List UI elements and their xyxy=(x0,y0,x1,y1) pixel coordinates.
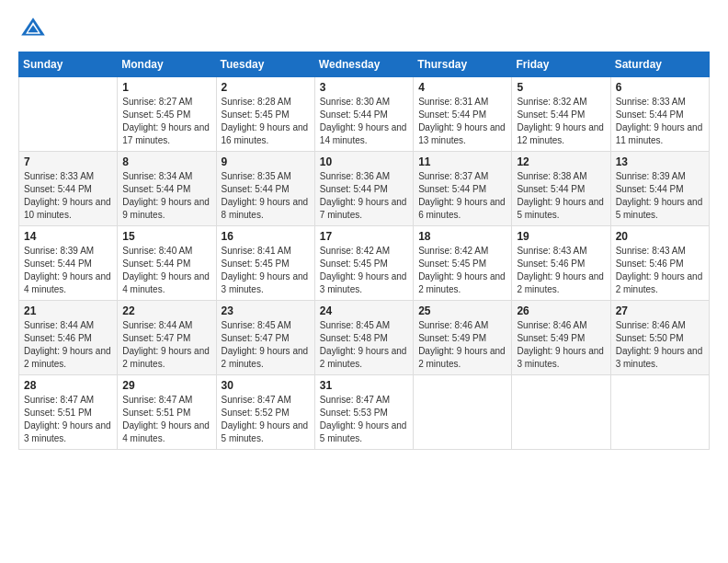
day-number: 6 xyxy=(616,81,704,94)
calendar-cell: 12Sunrise: 8:38 AM Sunset: 5:44 PM Dayli… xyxy=(512,152,610,226)
weekday-header-friday: Friday xyxy=(512,52,610,77)
calendar-cell xyxy=(610,375,709,450)
calendar-cell: 7Sunrise: 8:33 AM Sunset: 5:44 PM Daylig… xyxy=(19,152,118,226)
day-info: Sunrise: 8:47 AM Sunset: 5:51 PM Dayligh… xyxy=(24,394,112,445)
calendar-cell: 22Sunrise: 8:44 AM Sunset: 5:47 PM Dayli… xyxy=(118,301,216,375)
day-number: 1 xyxy=(122,81,210,94)
calendar-cell: 11Sunrise: 8:37 AM Sunset: 5:44 PM Dayli… xyxy=(414,152,512,226)
calendar-cell: 28Sunrise: 8:47 AM Sunset: 5:51 PM Dayli… xyxy=(19,375,118,450)
calendar-cell: 23Sunrise: 8:45 AM Sunset: 5:47 PM Dayli… xyxy=(216,301,314,375)
week-row-2: 7Sunrise: 8:33 AM Sunset: 5:44 PM Daylig… xyxy=(19,152,710,226)
day-info: Sunrise: 8:42 AM Sunset: 5:45 PM Dayligh… xyxy=(320,245,408,296)
day-number: 25 xyxy=(418,304,506,317)
day-info: Sunrise: 8:47 AM Sunset: 5:51 PM Dayligh… xyxy=(122,394,210,445)
day-number: 8 xyxy=(122,155,210,168)
calendar-cell: 10Sunrise: 8:36 AM Sunset: 5:44 PM Dayli… xyxy=(314,152,413,226)
day-info: Sunrise: 8:30 AM Sunset: 5:44 PM Dayligh… xyxy=(320,96,408,147)
week-row-5: 28Sunrise: 8:47 AM Sunset: 5:51 PM Dayli… xyxy=(19,375,710,450)
day-number: 10 xyxy=(320,155,408,168)
day-number: 4 xyxy=(418,81,506,94)
calendar-cell xyxy=(512,375,610,450)
day-info: Sunrise: 8:40 AM Sunset: 5:44 PM Dayligh… xyxy=(122,245,210,296)
day-info: Sunrise: 8:45 AM Sunset: 5:47 PM Dayligh… xyxy=(222,319,310,371)
day-number: 18 xyxy=(418,230,506,243)
day-info: Sunrise: 8:47 AM Sunset: 5:53 PM Dayligh… xyxy=(320,394,408,445)
calendar: SundayMondayTuesdayWednesdayThursdayFrid… xyxy=(18,52,710,450)
calendar-cell: 29Sunrise: 8:47 AM Sunset: 5:51 PM Dayli… xyxy=(118,375,216,450)
day-info: Sunrise: 8:33 AM Sunset: 5:44 PM Dayligh… xyxy=(616,96,704,147)
day-number: 23 xyxy=(222,304,310,317)
calendar-cell: 31Sunrise: 8:47 AM Sunset: 5:53 PM Dayli… xyxy=(314,375,413,450)
calendar-cell: 14Sunrise: 8:39 AM Sunset: 5:44 PM Dayli… xyxy=(19,226,118,301)
day-number: 31 xyxy=(320,379,408,392)
day-number: 12 xyxy=(517,155,605,168)
day-number: 3 xyxy=(320,81,408,94)
logo xyxy=(18,15,51,44)
day-number: 20 xyxy=(616,230,704,243)
day-number: 19 xyxy=(517,230,605,243)
calendar-cell xyxy=(19,77,118,152)
day-info: Sunrise: 8:42 AM Sunset: 5:45 PM Dayligh… xyxy=(418,245,506,296)
day-info: Sunrise: 8:39 AM Sunset: 5:44 PM Dayligh… xyxy=(24,245,112,296)
calendar-cell: 18Sunrise: 8:42 AM Sunset: 5:45 PM Dayli… xyxy=(414,226,512,301)
day-info: Sunrise: 8:38 AM Sunset: 5:44 PM Dayligh… xyxy=(517,170,605,222)
day-info: Sunrise: 8:27 AM Sunset: 5:45 PM Dayligh… xyxy=(122,96,210,147)
calendar-cell: 3Sunrise: 8:30 AM Sunset: 5:44 PM Daylig… xyxy=(314,77,413,152)
calendar-cell: 16Sunrise: 8:41 AM Sunset: 5:45 PM Dayli… xyxy=(216,226,314,301)
calendar-cell: 17Sunrise: 8:42 AM Sunset: 5:45 PM Dayli… xyxy=(314,226,413,301)
day-number: 9 xyxy=(222,155,310,168)
day-info: Sunrise: 8:45 AM Sunset: 5:48 PM Dayligh… xyxy=(320,319,408,371)
day-info: Sunrise: 8:32 AM Sunset: 5:44 PM Dayligh… xyxy=(517,96,605,147)
weekday-header-row: SundayMondayTuesdayWednesdayThursdayFrid… xyxy=(19,52,710,77)
day-info: Sunrise: 8:44 AM Sunset: 5:47 PM Dayligh… xyxy=(122,319,210,371)
day-number: 13 xyxy=(616,155,704,168)
day-number: 30 xyxy=(222,379,310,392)
day-info: Sunrise: 8:46 AM Sunset: 5:49 PM Dayligh… xyxy=(418,319,506,371)
calendar-cell: 8Sunrise: 8:34 AM Sunset: 5:44 PM Daylig… xyxy=(118,152,216,226)
calendar-cell: 27Sunrise: 8:46 AM Sunset: 5:50 PM Dayli… xyxy=(610,301,709,375)
week-row-3: 14Sunrise: 8:39 AM Sunset: 5:44 PM Dayli… xyxy=(19,226,710,301)
calendar-cell: 4Sunrise: 8:31 AM Sunset: 5:44 PM Daylig… xyxy=(414,77,512,152)
day-info: Sunrise: 8:34 AM Sunset: 5:44 PM Dayligh… xyxy=(122,170,210,222)
header xyxy=(18,15,710,44)
day-info: Sunrise: 8:41 AM Sunset: 5:45 PM Dayligh… xyxy=(222,245,310,296)
calendar-cell: 1Sunrise: 8:27 AM Sunset: 5:45 PM Daylig… xyxy=(118,77,216,152)
day-info: Sunrise: 8:43 AM Sunset: 5:46 PM Dayligh… xyxy=(517,245,605,296)
calendar-cell xyxy=(414,375,512,450)
day-info: Sunrise: 8:36 AM Sunset: 5:44 PM Dayligh… xyxy=(320,170,408,222)
day-number: 29 xyxy=(122,379,210,392)
day-info: Sunrise: 8:47 AM Sunset: 5:52 PM Dayligh… xyxy=(222,394,310,445)
day-info: Sunrise: 8:31 AM Sunset: 5:44 PM Dayligh… xyxy=(418,96,506,147)
day-info: Sunrise: 8:39 AM Sunset: 5:44 PM Dayligh… xyxy=(616,170,704,222)
day-info: Sunrise: 8:37 AM Sunset: 5:44 PM Dayligh… xyxy=(418,170,506,222)
day-number: 22 xyxy=(122,304,210,317)
weekday-header-saturday: Saturday xyxy=(610,52,709,77)
day-info: Sunrise: 8:46 AM Sunset: 5:50 PM Dayligh… xyxy=(616,319,704,371)
calendar-cell: 25Sunrise: 8:46 AM Sunset: 5:49 PM Dayli… xyxy=(414,301,512,375)
weekday-header-sunday: Sunday xyxy=(19,52,118,77)
calendar-cell: 5Sunrise: 8:32 AM Sunset: 5:44 PM Daylig… xyxy=(512,77,610,152)
day-number: 5 xyxy=(517,81,605,94)
day-number: 27 xyxy=(616,304,704,317)
day-info: Sunrise: 8:35 AM Sunset: 5:44 PM Dayligh… xyxy=(222,170,310,222)
day-info: Sunrise: 8:46 AM Sunset: 5:49 PM Dayligh… xyxy=(517,319,605,371)
calendar-cell: 30Sunrise: 8:47 AM Sunset: 5:52 PM Dayli… xyxy=(216,375,314,450)
day-number: 11 xyxy=(418,155,506,168)
day-number: 16 xyxy=(222,230,310,243)
day-number: 15 xyxy=(122,230,210,243)
calendar-cell: 19Sunrise: 8:43 AM Sunset: 5:46 PM Dayli… xyxy=(512,226,610,301)
calendar-cell: 20Sunrise: 8:43 AM Sunset: 5:46 PM Dayli… xyxy=(610,226,709,301)
calendar-cell: 6Sunrise: 8:33 AM Sunset: 5:44 PM Daylig… xyxy=(610,77,709,152)
day-number: 24 xyxy=(320,304,408,317)
day-info: Sunrise: 8:43 AM Sunset: 5:46 PM Dayligh… xyxy=(616,245,704,296)
day-number: 14 xyxy=(24,230,112,243)
weekday-header-tuesday: Tuesday xyxy=(216,52,314,77)
day-info: Sunrise: 8:28 AM Sunset: 5:45 PM Dayligh… xyxy=(222,96,310,147)
calendar-cell: 24Sunrise: 8:45 AM Sunset: 5:48 PM Dayli… xyxy=(314,301,413,375)
calendar-cell: 21Sunrise: 8:44 AM Sunset: 5:46 PM Dayli… xyxy=(19,301,118,375)
day-number: 26 xyxy=(517,304,605,317)
day-info: Sunrise: 8:33 AM Sunset: 5:44 PM Dayligh… xyxy=(24,170,112,222)
calendar-cell: 26Sunrise: 8:46 AM Sunset: 5:49 PM Dayli… xyxy=(512,301,610,375)
week-row-1: 1Sunrise: 8:27 AM Sunset: 5:45 PM Daylig… xyxy=(19,77,710,152)
calendar-cell: 9Sunrise: 8:35 AM Sunset: 5:44 PM Daylig… xyxy=(216,152,314,226)
